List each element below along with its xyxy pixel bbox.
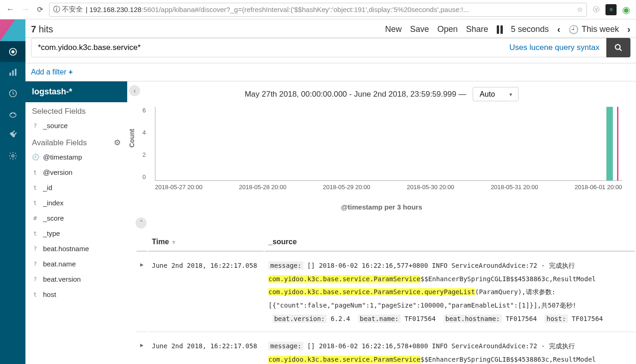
field-item[interactable]: thost (25, 287, 127, 302)
reload-button[interactable]: ⟳ (34, 4, 45, 15)
field-item[interactable]: t@version (25, 165, 127, 180)
time-prev-button[interactable]: ‹ (557, 24, 561, 35)
new-button[interactable]: New (385, 25, 401, 34)
row-source: message: [] 2018-06-02 16:22:16,578+0800… (265, 333, 635, 364)
hit-count: 7 hits (31, 24, 53, 35)
available-fields-title: Available Fields ⚙ (25, 133, 127, 149)
highlight: com.yidoo.k3c.base.service.ParamService (268, 275, 420, 283)
time-picker[interactable]: 🕘 This week (568, 25, 619, 35)
field-key: host: (544, 315, 568, 323)
clock-icon: 🕘 (568, 25, 579, 35)
svg-point-9 (12, 154, 14, 157)
time-range-label: This week (581, 25, 619, 34)
histogram-marker (617, 107, 618, 180)
url-bar[interactable]: ⓘ 不安全 | 192.168.230.128:5601/app/kibana#… (49, 3, 587, 17)
field-item[interactable]: t_id (25, 180, 127, 195)
url-path: /app/kibana#/discover?_g=(refreshInterva… (159, 6, 574, 13)
field-item[interactable]: t_type (25, 226, 127, 241)
save-button[interactable]: Save (410, 25, 429, 34)
field-item[interactable]: ?_source (25, 118, 127, 133)
share-button[interactable]: Share (466, 25, 488, 34)
highlight: com.yidoo.k3c.base.service.ParamService.… (268, 288, 475, 296)
gear-icon[interactable]: ⚙ (114, 138, 121, 148)
histogram-bar[interactable] (606, 107, 613, 180)
x-axis-label: @timestamp per 3 hours (127, 199, 636, 217)
histogram-header: May 27th 2018, 00:00:00.000 - June 2nd 2… (127, 81, 636, 107)
histogram-chart[interactable]: Count 6420 2018-05-27 20:00 2018-05-28 2… (127, 107, 636, 199)
field-item[interactable]: ?beat.name (25, 256, 127, 271)
query-input[interactable] (38, 43, 509, 52)
field-key: beat.hostname: (444, 315, 502, 323)
y-ticks: 6420 (142, 107, 146, 180)
svg-point-1 (12, 50, 14, 53)
bookmark-star-icon[interactable]: ☆ (577, 6, 583, 14)
pause-refresh-icon[interactable] (497, 25, 503, 34)
field-key: message: (268, 342, 303, 350)
row-time: June 2nd 2018, 16:22:17.058 (148, 333, 264, 364)
row-source: message: [] 2018-06-02 16:22:16,577+0800… (265, 253, 635, 332)
table-row: ▶ June 2nd 2018, 16:22:17.058 message: [… (136, 333, 635, 364)
date-range-label: May 27th 2018, 00:00:00.000 - June 2nd 2… (245, 90, 466, 99)
url-port: :5601 (142, 6, 159, 13)
time-next-button[interactable]: › (627, 24, 630, 35)
svg-point-10 (615, 44, 620, 49)
filter-bar: Add a filter + (25, 63, 636, 81)
search-button[interactable] (606, 38, 630, 57)
extension-icon-react[interactable]: ⚛ (605, 4, 617, 15)
insecure-label: 不安全 (62, 5, 83, 14)
nav-management[interactable] (0, 145, 25, 166)
document-table: Time ▼ _source ▶ June 2nd 2018, 16:22:17… (136, 232, 636, 364)
extension-icon-3[interactable]: ◉ (620, 4, 631, 15)
field-sidebar: logstash-* Selected Fields ?_source Avai… (25, 81, 127, 364)
index-pattern-selector[interactable]: logstash-* (25, 81, 127, 102)
open-button[interactable]: Open (437, 25, 457, 34)
field-item[interactable]: ?beat.hostname (25, 241, 127, 256)
column-time[interactable]: Time ▼ (148, 233, 264, 252)
field-item[interactable]: t_index (25, 195, 127, 210)
kibana-nav-rail (0, 19, 25, 364)
highlight: com.yidoo.k3c.base.service.ParamService (268, 356, 420, 363)
field-item[interactable]: 🕘@timestamp (25, 149, 127, 165)
browser-toolbar: ← → ⟳ ⓘ 不安全 | 192.168.230.128:5601/app/k… (0, 0, 636, 19)
y-axis-label: Count (128, 129, 136, 148)
nav-timelion[interactable] (0, 104, 25, 124)
search-icon (614, 43, 623, 52)
forward-button[interactable]: → (19, 4, 31, 15)
nav-devtools[interactable] (0, 124, 25, 145)
expand-row-button[interactable]: ▶ (136, 253, 147, 332)
interval-select[interactable]: Auto (473, 87, 519, 101)
field-key: beat.name: (358, 315, 401, 323)
results-panel: ‹ May 27th 2018, 00:00:00.000 - June 2nd… (127, 81, 636, 364)
sort-desc-icon: ▼ (171, 239, 177, 246)
expand-row-button[interactable]: ▶ (136, 333, 147, 364)
nav-discover[interactable] (0, 41, 25, 62)
column-source[interactable]: _source (265, 233, 635, 252)
discover-topbar: 7 hits New Save Open Share 5 seconds ‹ 🕘… (25, 19, 636, 38)
back-button[interactable]: ← (5, 4, 16, 15)
url-host: 192.168.230.128 (89, 6, 142, 13)
add-filter-link[interactable]: Add a filter + (31, 68, 73, 76)
selected-fields-title: Selected Fields (25, 102, 127, 118)
field-item[interactable]: #_score (25, 210, 127, 226)
nav-dashboard[interactable] (0, 83, 25, 104)
row-time: June 2nd 2018, 16:22:17.058 (148, 253, 264, 332)
refresh-interval[interactable]: 5 seconds (511, 25, 549, 34)
nav-visualize[interactable] (0, 62, 25, 83)
svg-rect-4 (15, 68, 16, 75)
info-icon: ⓘ (53, 5, 60, 14)
svg-rect-3 (12, 70, 13, 76)
svg-point-8 (10, 112, 16, 117)
collapse-sidebar-button[interactable]: ‹ (129, 85, 140, 96)
lucene-help-link[interactable]: Uses lucene query syntax (509, 43, 599, 52)
svg-rect-2 (9, 73, 11, 76)
extension-icon-1[interactable]: ⓥ (591, 4, 602, 15)
table-row: ▶ June 2nd 2018, 16:22:17.058 message: [… (136, 253, 635, 332)
field-key: beat.version: (272, 315, 327, 323)
x-ticks: 2018-05-27 20:00 2018-05-28 20:00 2018-0… (155, 181, 622, 191)
collapse-histogram-button[interactable]: ˄ (136, 217, 147, 228)
query-bar: Uses lucene query syntax (25, 38, 636, 63)
kibana-logo[interactable] (0, 19, 25, 41)
field-key: message: (268, 261, 303, 270)
clock-icon: 🕘 (32, 154, 38, 160)
field-item[interactable]: ?beat.version (25, 271, 127, 287)
